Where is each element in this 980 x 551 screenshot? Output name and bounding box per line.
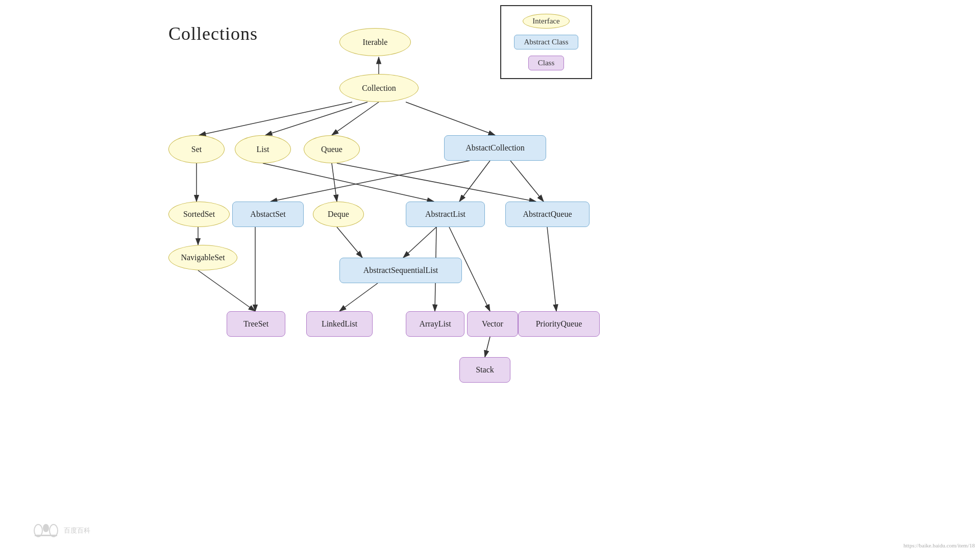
baidu-logo: 百度百科 — [31, 520, 90, 541]
node-queue: Queue — [304, 135, 360, 163]
arrow-collection-abstractcollection — [406, 102, 495, 135]
node-abstactset: AbstactSet — [232, 202, 304, 227]
svg-rect-4 — [35, 535, 57, 536]
arrow-list-abstractlist — [263, 163, 434, 202]
node-collection: Collection — [339, 74, 419, 102]
node-abstractcollection: AbstactCollection — [444, 135, 546, 161]
arrow-navigableset-treeset — [198, 270, 255, 311]
arrow-abstractsequentiallist-linkedlist — [339, 283, 378, 311]
url-text: https://baike.baidu.com/item/18 — [903, 542, 975, 548]
node-arraylist: ArrayList — [406, 311, 464, 337]
node-treeset: TreeSet — [227, 311, 285, 337]
node-abstractlist: AbstractList — [406, 202, 485, 227]
arrow-queue-deque — [332, 163, 337, 202]
node-sortedset: SortedSet — [168, 202, 230, 227]
node-stack: Stack — [459, 357, 510, 383]
node-priorityqueue: PriorityQueue — [518, 311, 600, 337]
baidu-icon — [31, 520, 61, 541]
arrow-abstractcollection-abstractqueue — [510, 161, 544, 202]
node-set: Set — [168, 135, 225, 163]
arrow-abstractlist-abstractsequentiallist — [403, 227, 436, 258]
arrow-collection-queue — [332, 102, 379, 135]
node-abstractsequentiallist: AbstractSequentialList — [339, 258, 462, 283]
node-iterable: Iterable — [339, 28, 411, 56]
node-navigableset: NavigableSet — [168, 245, 237, 270]
svg-point-2 — [43, 524, 49, 532]
arrow-queue-abstractqueue — [337, 163, 536, 202]
arrow-collection-set — [199, 102, 352, 135]
node-abstractqueue: AbstractQueue — [505, 202, 590, 227]
node-vector: Vector — [467, 311, 518, 337]
arrow-deque-abstractsequentiallist — [337, 227, 362, 258]
watermark: 百度百科 — [31, 520, 90, 541]
node-linkedlist: LinkedList — [306, 311, 373, 337]
watermark-text: 百度百科 — [64, 526, 90, 535]
arrow-abstractcollection-abstractlist — [459, 161, 490, 202]
arrow-collection-list — [265, 102, 368, 135]
diagram-svg — [0, 0, 980, 551]
arrow-abstractqueue-priorityqueue — [547, 227, 556, 311]
node-list: List — [235, 135, 291, 163]
arrow-abstractcollection-abstactset — [271, 161, 470, 202]
node-deque: Deque — [313, 202, 364, 227]
arrow-vector-stack — [485, 337, 490, 357]
